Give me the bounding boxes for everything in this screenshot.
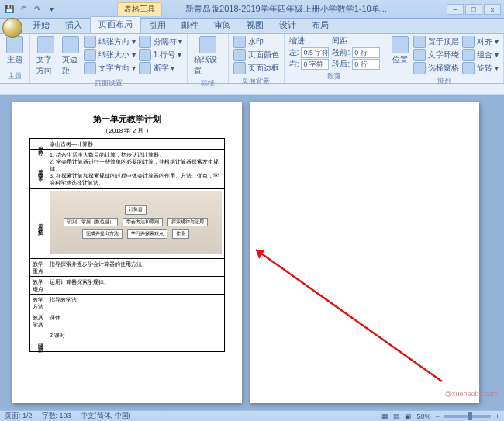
orientation-icon <box>37 36 54 53</box>
view-web-icon[interactable]: ▣ <box>405 412 412 420</box>
tab-review[interactable]: 审阅 <box>206 18 239 33</box>
page-border-button[interactable]: 页面边框 <box>233 62 279 74</box>
group-arrange: 位置 置于顶层 文字环绕 选择窗格 对齐 ▾ 组合 ▾ 旋转 ▾ 排列 <box>385 34 504 83</box>
ribbon-tabs: 开始 插入 页面布局 引用 邮件 审阅 视图 设计 布局 <box>0 19 504 34</box>
view-read-icon[interactable]: ▤ <box>393 412 400 420</box>
group-page-bg: 水印 页面颜色 页面边框 页面背景 <box>229 34 285 83</box>
tab-mail[interactable]: 邮件 <box>174 18 206 33</box>
pane-icon <box>413 62 426 74</box>
text-wrap-button[interactable]: 文字环绕 <box>413 49 459 61</box>
doc-table[interactable]: 单元名称泰山古树—计算器 单元教学要求1. 结合生活中大数目的计算，初步认识计算… <box>29 138 225 352</box>
themes-button[interactable]: 主题 <box>5 36 25 66</box>
zoom-in-button[interactable]: + <box>495 412 499 420</box>
line-num-icon <box>139 49 151 61</box>
paper-orient-icon <box>84 36 96 48</box>
watermark-text: @xuehaoba.com <box>445 390 498 398</box>
quick-access-toolbar: 💾 ↶ ↷ ▾ <box>3 3 57 16</box>
document-workspace[interactable]: 第一单元教学计划 （2018 年 2 月 ） 单元名称泰山古树—计算器 单元教学… <box>0 95 504 410</box>
rotate-icon <box>462 62 475 74</box>
tab-page-layout[interactable]: 页面布局 <box>90 16 141 33</box>
page-color-button[interactable]: 页面颜色 <box>233 49 279 61</box>
status-page[interactable]: 页面: 1/2 <box>5 411 33 421</box>
group-page-setup: 文字方向 页边距 纸张方向 ▾ 纸张大小 ▾ 文字方向 ▾ 分隔符 ▾ 1.行号… <box>30 34 188 83</box>
zoom-slider[interactable] <box>444 415 491 418</box>
undo-icon[interactable]: ↶ <box>17 3 29 16</box>
hyphen-button[interactable]: 断字 ▾ <box>139 62 183 74</box>
group-paper-bg: 稿纸设置 稿纸 <box>188 34 228 83</box>
maximize-button[interactable]: □ <box>465 4 482 15</box>
position-button[interactable]: 位置 <box>390 36 410 66</box>
office-orb-icon[interactable] <box>2 18 22 38</box>
zoom-level[interactable]: 50% <box>416 412 430 420</box>
doc-heading: 第一单元教学计划 <box>29 113 225 125</box>
minimize-button[interactable]: – <box>447 4 464 15</box>
selection-pane-button[interactable]: 选择窗格 <box>413 62 459 74</box>
position-icon <box>392 36 409 53</box>
tab-design[interactable]: 设计 <box>271 18 304 33</box>
rotate-button[interactable]: 旋转 ▾ <box>462 62 499 74</box>
window-controls: – □ x <box>447 4 501 15</box>
tab-layout[interactable]: 布局 <box>304 18 337 33</box>
redo-icon[interactable]: ↷ <box>31 3 43 16</box>
text-dir-button[interactable]: 文字方向 ▾ <box>84 62 136 74</box>
align-icon <box>462 36 475 48</box>
view-print-icon[interactable]: ▦ <box>381 412 388 420</box>
paper-orient-button[interactable]: 纸张方向 ▾ <box>84 36 136 48</box>
document-title: 新青岛版2018-2019学年四年级上册小学数学1-10单... <box>185 3 387 15</box>
status-lang[interactable]: 中文(简体, 中国) <box>81 411 131 421</box>
watermark-icon <box>233 36 246 48</box>
margins-button[interactable]: 页边距 <box>60 36 81 77</box>
line-num-button[interactable]: 1.行号 ▾ <box>139 49 183 61</box>
spacing-after-input[interactable]: 0 行 <box>352 59 380 70</box>
close-button[interactable]: x <box>484 4 501 15</box>
group-icon <box>462 49 475 61</box>
page-2[interactable] <box>250 102 479 403</box>
indent-left-input[interactable]: 0.5 字符 <box>301 47 329 58</box>
indent-right-input[interactable]: 0 字符 <box>301 59 329 70</box>
spacing-before-input[interactable]: 0 行 <box>352 47 380 58</box>
ribbon: 主题 主题 文字方向 页边距 纸张方向 ▾ 纸张大小 ▾ 文字方向 ▾ 分隔符 … <box>0 34 504 84</box>
tab-view[interactable]: 视图 <box>239 18 271 33</box>
tab-references[interactable]: 引用 <box>141 18 174 33</box>
page-1[interactable]: 第一单元教学计划 （2018 年 2 月 ） 单元名称泰山古树—计算器 单元教学… <box>12 102 242 403</box>
tab-insert[interactable]: 插入 <box>57 18 90 33</box>
paper-size-icon <box>84 49 96 61</box>
paper-bg-button[interactable]: 稿纸设置 <box>192 36 223 77</box>
front-icon <box>413 36 426 48</box>
themes-icon <box>6 36 23 53</box>
hyphen-icon <box>139 62 151 74</box>
orientation-button[interactable]: 文字方向 <box>35 36 57 77</box>
qat-more-icon[interactable]: ▾ <box>45 3 57 16</box>
save-icon[interactable]: 💾 <box>3 3 16 16</box>
paper-bg-icon <box>199 36 216 53</box>
group-paragraph: 缩进 左:0.5 字符 右:0 字符 间距 段前:0 行 段后:0 行 段落 <box>285 34 386 83</box>
doc-date: （2018 年 2 月 ） <box>29 126 225 135</box>
page-border-icon <box>233 62 246 74</box>
group-button[interactable]: 组合 ▾ <box>462 49 499 61</box>
zoom-out-button[interactable]: − <box>435 412 439 420</box>
contextual-tab-caption: 表格工具 <box>117 2 162 16</box>
page-color-icon <box>233 49 246 61</box>
watermark-button[interactable]: 水印 <box>233 36 279 48</box>
status-bar: 页面: 1/2 字数: 193 中文(简体, 中国) ▦ ▤ ▣ 50% − + <box>0 410 504 421</box>
text-dir-icon <box>84 62 96 74</box>
bring-front-button[interactable]: 置于顶层 <box>413 36 459 48</box>
margins-icon <box>62 36 79 53</box>
embedded-photo: 计算器 识别、掌握（数位键）学会方法和原则探索规律与运用 完成并提出方法学习并探… <box>50 191 222 254</box>
align-button[interactable]: 对齐 ▾ <box>462 36 499 48</box>
title-bar: 💾 ↶ ↷ ▾ 表格工具 新青岛版2018-2019学年四年级上册小学数学1-1… <box>0 0 504 19</box>
tab-start[interactable]: 开始 <box>25 18 57 33</box>
breaks-button[interactable]: 分隔符 ▾ <box>139 36 183 48</box>
wrap-icon <box>413 49 426 61</box>
status-words[interactable]: 字数: 193 <box>42 411 71 421</box>
breaks-icon <box>139 36 151 48</box>
group-themes: 主题 主题 <box>0 34 30 83</box>
paper-size-button[interactable]: 纸张大小 ▾ <box>84 49 136 61</box>
